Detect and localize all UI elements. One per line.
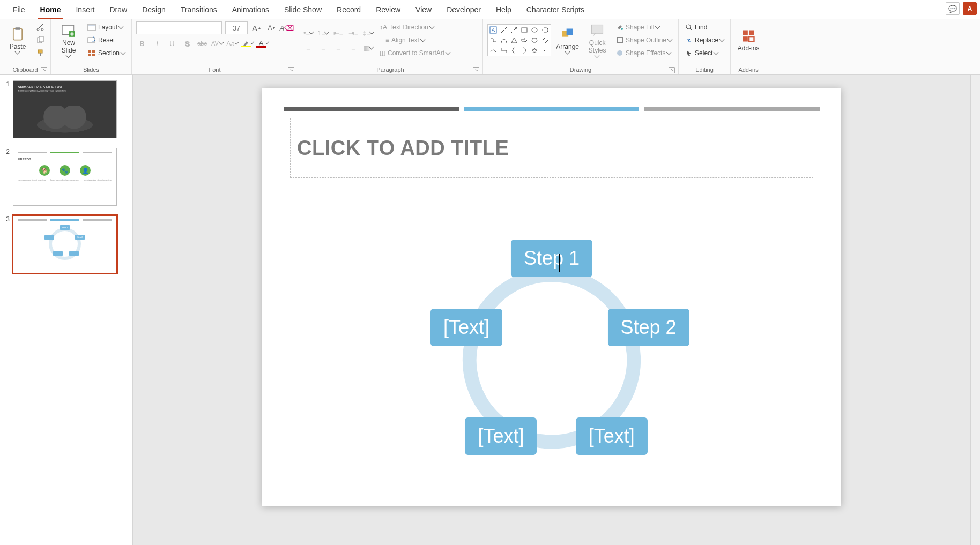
quick-styles-button[interactable]: Quick Styles bbox=[584, 21, 611, 59]
shape-fill-label: Shape Fill bbox=[626, 24, 654, 31]
chevron-down-icon bbox=[369, 29, 375, 35]
shape-outline-button[interactable]: Shape Outline bbox=[614, 34, 674, 46]
clipboard-icon bbox=[10, 27, 25, 42]
replace-button[interactable]: Replace bbox=[683, 34, 726, 46]
tab-record[interactable]: Record bbox=[329, 0, 368, 19]
arrange-button[interactable]: Arrange bbox=[554, 21, 581, 59]
clear-formatting-button[interactable]: A⌫ bbox=[281, 22, 293, 34]
slide-thumb-1[interactable]: ANIMALS HAS A LIFE TOO A DOCUMENTARY BAS… bbox=[13, 80, 117, 138]
replace-icon bbox=[685, 36, 693, 44]
columns-button[interactable]: ▥ bbox=[362, 42, 374, 54]
tab-design[interactable]: Design bbox=[135, 0, 173, 19]
select-button[interactable]: Select bbox=[683, 47, 726, 59]
user-initial: A bbox=[967, 5, 972, 13]
thumb3-box-4 bbox=[53, 251, 63, 256]
group-drawing: A Arrange bbox=[483, 19, 679, 74]
cursor-icon bbox=[685, 49, 693, 57]
tab-help[interactable]: Help bbox=[488, 0, 519, 19]
underline-button[interactable]: U bbox=[166, 38, 178, 49]
align-left-button[interactable]: ≡ bbox=[302, 42, 314, 54]
cut-button[interactable] bbox=[34, 21, 46, 33]
smartart-node-5[interactable]: [Text] bbox=[430, 309, 502, 346]
font-launcher[interactable]: ↘ bbox=[288, 67, 294, 73]
tab-developer[interactable]: Developer bbox=[439, 0, 488, 19]
smartart-node-1[interactable]: Step 1 bbox=[511, 240, 592, 277]
font-size-combo[interactable]: 37 bbox=[225, 21, 248, 34]
slide-canvas[interactable]: CLICK TO ADD TITLE bbox=[262, 88, 841, 506]
paste-button[interactable]: Paste bbox=[4, 21, 31, 59]
font-name-combo[interactable] bbox=[136, 21, 222, 34]
font-color-button[interactable]: A bbox=[256, 38, 268, 49]
decrease-indent-button[interactable]: ⇤≡ bbox=[332, 27, 344, 39]
convert-smartart-button[interactable]: ◫Convert to SmartArt bbox=[377, 47, 452, 59]
smartart-node-4[interactable]: [Text] bbox=[465, 417, 537, 455]
highlight-color-button[interactable] bbox=[241, 38, 253, 49]
grow-font-button[interactable]: A▲ bbox=[251, 22, 263, 34]
slide-thumbnail-pane[interactable]: 1 ANIMALS HAS A LIFE TOO A DOCUMENTARY B… bbox=[0, 75, 133, 545]
account-button[interactable]: A bbox=[963, 2, 977, 15]
bold-button[interactable]: B bbox=[136, 38, 148, 49]
tab-insert[interactable]: Insert bbox=[68, 0, 102, 19]
tab-slideshow[interactable]: Slide Show bbox=[277, 0, 329, 19]
tab-review[interactable]: Review bbox=[368, 0, 408, 19]
tab-character-scripts[interactable]: Character Scripts bbox=[519, 0, 592, 19]
shape-diamond-icon bbox=[540, 35, 550, 45]
align-right-button[interactable]: ≡ bbox=[332, 42, 344, 54]
numbering-button[interactable]: 1≡ bbox=[317, 27, 329, 39]
svg-point-25 bbox=[621, 28, 623, 30]
format-painter-button[interactable] bbox=[34, 47, 46, 59]
drawing-launcher[interactable]: ↘ bbox=[669, 67, 675, 73]
bullets-button[interactable]: •≡ bbox=[302, 27, 314, 39]
gallery-more-icon[interactable] bbox=[540, 46, 550, 55]
svg-point-2 bbox=[37, 28, 39, 31]
change-case-button[interactable]: Aa bbox=[226, 38, 238, 49]
shapes-gallery[interactable]: A bbox=[487, 24, 551, 56]
tab-draw[interactable]: Draw bbox=[102, 0, 135, 19]
slide-thumb-2[interactable]: BREEDS 🐕 🐾 👤 Lorem ipsum dolor sit amet … bbox=[13, 148, 117, 206]
find-button[interactable]: Find bbox=[683, 21, 726, 33]
increase-indent-button[interactable]: ⇥≡ bbox=[347, 27, 359, 39]
strikethrough-button[interactable]: abc bbox=[196, 38, 208, 49]
smartart-node-2[interactable]: Step 2 bbox=[608, 309, 689, 346]
tab-view[interactable]: View bbox=[408, 0, 439, 19]
tab-transitions[interactable]: Transitions bbox=[173, 0, 225, 19]
quick-styles-label: Quick Styles bbox=[589, 39, 606, 54]
char-spacing-button[interactable]: AV bbox=[211, 38, 223, 49]
italic-button[interactable]: I bbox=[151, 38, 163, 49]
slide-editor[interactable]: CLICK TO ADD TITLE bbox=[133, 75, 970, 545]
align-text-button[interactable]: ⎸≡Align Text bbox=[377, 34, 452, 46]
shape-roundrect-icon bbox=[540, 25, 550, 35]
justify-button[interactable]: ≡ bbox=[347, 42, 359, 54]
smartart-cycle[interactable]: Step 1 Step 2 [Text] [Text] [Text] bbox=[262, 205, 841, 506]
text-direction-button[interactable]: ↕AText Direction bbox=[377, 21, 452, 33]
line-spacing-button[interactable]: ‡≡ bbox=[362, 27, 374, 39]
paragraph-launcher[interactable]: ↘ bbox=[473, 67, 479, 73]
tab-file[interactable]: File bbox=[5, 0, 33, 19]
vertical-scrollbar[interactable] bbox=[970, 75, 980, 545]
workspace: 1 ANIMALS HAS A LIFE TOO A DOCUMENTARY B… bbox=[0, 75, 980, 545]
reset-button[interactable]: Reset bbox=[85, 34, 127, 46]
smartart-node-3[interactable]: [Text] bbox=[576, 417, 648, 455]
copy-button[interactable] bbox=[34, 34, 46, 46]
title-placeholder[interactable]: CLICK TO ADD TITLE bbox=[290, 118, 813, 178]
svg-rect-15 bbox=[92, 50, 95, 53]
shape-fill-button[interactable]: Shape Fill bbox=[614, 21, 674, 33]
clipboard-launcher[interactable]: ↘ bbox=[41, 67, 47, 73]
shape-effects-button[interactable]: Shape Effects bbox=[614, 47, 674, 59]
section-button[interactable]: Section bbox=[85, 47, 127, 59]
layout-button[interactable]: Layout bbox=[85, 21, 127, 33]
tab-home[interactable]: Home bbox=[33, 0, 69, 19]
shrink-font-button[interactable]: A▼ bbox=[266, 22, 278, 34]
text-shadow-button[interactable]: S bbox=[181, 38, 193, 49]
svg-point-3 bbox=[41, 28, 43, 31]
addins-button[interactable]: Add-ins bbox=[735, 21, 762, 59]
comments-button[interactable]: 💬 bbox=[946, 2, 960, 15]
slide-thumb-3[interactable]: Step 1 Step 2 bbox=[13, 215, 117, 273]
tab-animations[interactable]: Animations bbox=[225, 0, 277, 19]
new-slide-button[interactable]: New Slide bbox=[55, 21, 82, 59]
svg-rect-1 bbox=[15, 27, 20, 30]
svg-text:A: A bbox=[492, 27, 495, 33]
smartart-icon: ◫ bbox=[380, 49, 385, 57]
svg-rect-19 bbox=[522, 28, 527, 32]
align-center-button[interactable]: ≡ bbox=[317, 42, 329, 54]
